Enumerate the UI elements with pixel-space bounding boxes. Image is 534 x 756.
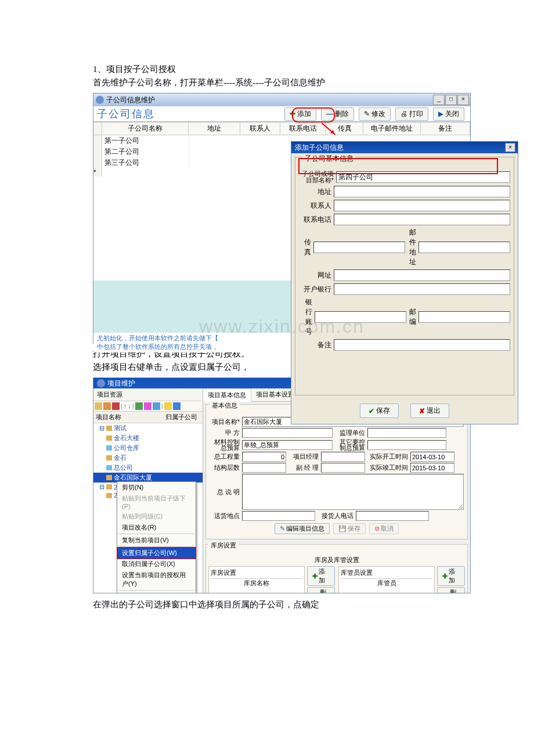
input-acct[interactable]: [315, 311, 406, 323]
left-tab-project-resources[interactable]: 项目资源: [93, 388, 203, 401]
save-button[interactable]: ✔保存: [360, 404, 399, 418]
pencil-icon: ✎: [280, 525, 285, 532]
label-url: 网址: [299, 271, 331, 280]
dialog-title: 添加子公司信息: [295, 143, 344, 153]
delete-button[interactable]: —删除: [321, 107, 354, 121]
delete-icon[interactable]: [112, 402, 120, 410]
ctx-set-owner[interactable]: 设置归属子公司(W): [117, 548, 196, 559]
app-icon: [96, 96, 104, 104]
warehouse-right-title: 库管员设置: [341, 568, 432, 579]
label-addr: 地址: [299, 187, 331, 197]
ctx-clear-owner[interactable]: 取消归属子公司(X): [117, 559, 196, 570]
input-bank[interactable]: [334, 283, 510, 295]
col-warehouse-name: 库房名称: [211, 579, 302, 589]
input-addr[interactable]: [334, 186, 510, 197]
add-button[interactable]: ✚添加: [284, 107, 316, 121]
label-zip: 邮编: [406, 307, 416, 327]
ctx-remind[interactable]: 发送提醒(Z): [117, 591, 196, 593]
edit-button[interactable]: ✎修改: [359, 107, 391, 121]
col-addr[interactable]: 地址: [189, 123, 240, 135]
keeper-add-button[interactable]: ✚添加: [437, 566, 465, 586]
input-fax[interactable]: [313, 242, 405, 253]
context-menu: 剪切(N) 粘贴到当前项目子级下(P) 粘贴到同级(C) 项目改名(R) 复制当…: [117, 481, 196, 593]
wh-add-button[interactable]: ✚添加: [307, 566, 335, 586]
add-subsidiary-dialog: 添加子公司信息 × 子公司基本信息 子公司或项目部名称* 地址 联系人 联系电话…: [291, 141, 518, 424]
no-data-label: <无数据显示>: [211, 589, 302, 593]
input-phone[interactable]: [334, 214, 510, 225]
fieldset-legend: 子公司基本信息: [302, 154, 356, 163]
input-pm[interactable]: [321, 452, 365, 462]
input-description[interactable]: [242, 474, 464, 510]
col-contact[interactable]: 联系人: [240, 123, 280, 135]
save-project-button: 💾保存: [333, 523, 366, 534]
new-folder-icon[interactable]: [95, 402, 102, 410]
col-owner-company[interactable]: 归属子公司: [163, 412, 203, 423]
input-other-budget[interactable]: [367, 440, 446, 450]
print-button[interactable]: 🖨打印: [395, 107, 428, 121]
app-icon: [97, 379, 105, 387]
maximize-button[interactable]: □: [445, 95, 457, 105]
col-remark[interactable]: 备注: [421, 123, 470, 135]
exit-button[interactable]: ✘退出: [410, 404, 449, 418]
input-zip[interactable]: [418, 311, 510, 323]
find-icon[interactable]: [164, 402, 172, 410]
grid-header-row: 子公司名称 地址 联系人 联系电话 传真 电子邮件地址 备注: [93, 122, 470, 135]
input-jiafang[interactable]: [242, 428, 333, 438]
col-keeper: 库管员: [341, 579, 432, 589]
ctx-copy[interactable]: 复制当前项目(V): [117, 535, 196, 546]
input-contact[interactable]: [334, 200, 510, 211]
edit-project-button[interactable]: ✎编辑项目信息: [275, 523, 330, 534]
input-end-date[interactable]: [410, 463, 454, 473]
input-company-name[interactable]: [336, 171, 510, 183]
input-floors[interactable]: [242, 463, 286, 473]
label-contact: 联系人: [299, 201, 331, 211]
misc-icon[interactable]: [153, 402, 160, 410]
input-material-budget[interactable]: [242, 440, 333, 450]
input-url[interactable]: [334, 269, 510, 281]
project-tree[interactable]: ⊟测试 金石大楼 公司仓库 金石 总公司 金石国际大厦 ⊟2013 2014 剪…: [93, 423, 203, 593]
label-fax: 传真: [299, 237, 311, 257]
wh-del-button[interactable]: —删除: [307, 587, 335, 593]
refresh-icon[interactable]: [173, 402, 181, 410]
input-jianli[interactable]: [367, 428, 446, 438]
close-toolbar-button[interactable]: ▶关闭: [433, 107, 464, 121]
basic-info-legend: 基本信息: [210, 401, 240, 410]
para-1: 1、项目按子公司授权: [93, 64, 464, 75]
col-email[interactable]: 电子邮件地址: [363, 123, 421, 135]
input-recv-phone[interactable]: [356, 511, 429, 521]
down-arrow-icon[interactable]: ↓: [128, 402, 131, 410]
no-data-label: <无数据显示>: [341, 589, 432, 593]
input-total-qty[interactable]: [242, 452, 286, 462]
dialog-close-button[interactable]: ×: [505, 143, 515, 152]
input-ship-location[interactable]: [242, 511, 315, 521]
open-icon[interactable]: [103, 402, 111, 410]
ctx-set-users[interactable]: 设置当前项目的授权用户(Y): [117, 570, 196, 589]
col-phone[interactable]: 联系电话: [280, 123, 326, 135]
minimize-button[interactable]: _: [433, 95, 445, 105]
misc-icon[interactable]: [144, 402, 151, 410]
close-button[interactable]: ×: [457, 95, 469, 105]
ctx-rename[interactable]: 项目改名(R): [117, 522, 196, 533]
keeper-del-button[interactable]: —删除: [437, 587, 465, 593]
cancel-project-button: ⊘取消: [369, 523, 399, 534]
col-company-name[interactable]: 子公司名称: [102, 123, 189, 135]
ctx-paste-child: 粘贴到当前项目子级下(P): [117, 493, 196, 511]
misc-icon[interactable]: [135, 402, 143, 410]
ctx-cut[interactable]: 剪切(N): [117, 482, 196, 493]
col-project-name[interactable]: 项目名称: [93, 412, 163, 423]
input-vpm[interactable]: [321, 463, 365, 473]
print-icon: 🖨: [400, 110, 407, 118]
up-arrow-icon[interactable]: ↑: [124, 402, 127, 410]
label-remark: 备注: [299, 340, 331, 350]
label-acct: 银行账号: [299, 297, 312, 337]
window-title: 子公司信息维护: [106, 95, 155, 105]
input-remark[interactable]: [334, 339, 510, 351]
warehouse-section-title: 库房及库管设置: [208, 556, 465, 564]
input-start-date[interactable]: [410, 452, 454, 462]
label-bank: 开户银行: [299, 285, 331, 294]
warehouse-legend: 库房设置: [208, 542, 239, 549]
left-toolbar: | ↑ ↓ | |: [93, 401, 203, 412]
edit-icon: ✎: [364, 110, 370, 118]
input-email[interactable]: [418, 242, 510, 253]
tab-basic-info[interactable]: 项目基本信息: [203, 389, 251, 402]
